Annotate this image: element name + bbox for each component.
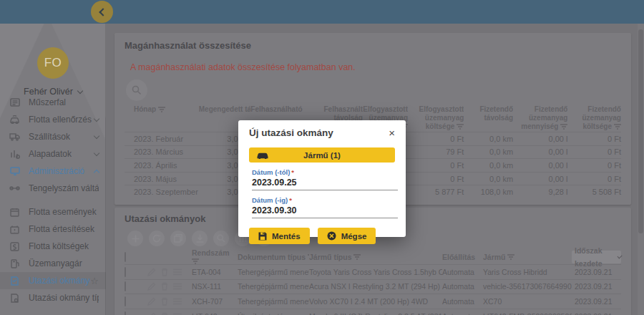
- cell-vehicle-type: Acura NSX I Restyling 3.2 MT (294 Hp): [309, 282, 442, 291]
- delete-icon[interactable]: [161, 297, 168, 306]
- vehicle-select-button[interactable]: Jármű (1): [249, 147, 395, 163]
- scrollbar-thumb[interactable]: [638, 29, 643, 233]
- cell-vehicle: vehicle-356173067664990: [483, 282, 572, 291]
- column-header-doc-type[interactable]: Dokumentum típus: [238, 253, 309, 261]
- sidebar-item-travel-document-types[interactable]: Utazási okmány típusok: [0, 289, 106, 306]
- sidebar-item-fleet-notifications[interactable]: Flotta értesítések: [0, 220, 106, 238]
- sidebar-item-dashboard[interactable]: Műszerfal: [0, 94, 106, 111]
- column-header-payable-distance[interactable]: Fizetendő távolság: [464, 105, 513, 122]
- private-use-title: Magánhasználat összesítése: [125, 40, 621, 51]
- edit-icon[interactable]: [147, 312, 156, 315]
- select-all-checkbox[interactable]: [125, 252, 126, 262]
- travel-document-icon: [9, 276, 20, 286]
- sidebar-item-label: Utazási okmány típusok: [29, 293, 99, 303]
- money-icon: [9, 241, 20, 252]
- chevron-left-icon: [99, 8, 107, 16]
- dashboard-icon: [9, 97, 20, 108]
- table-row[interactable]: LIT-642 Útnyilvántartás Mazda 6 III (GJ)…: [125, 309, 621, 315]
- sidebar-item-fleet-events[interactable]: Flotta események: [0, 203, 106, 220]
- column-header-payable-fuel-quantity[interactable]: Fizetendő üzemanyag mennyiség: [513, 105, 567, 132]
- delete-icon[interactable]: [161, 282, 168, 291]
- date-to-input[interactable]: 2023.09.30: [252, 205, 398, 218]
- cell-pay-cost: 0 Ft: [567, 175, 621, 183]
- avatar[interactable]: FO: [37, 47, 69, 79]
- table-search-button[interactable]: [126, 79, 147, 101]
- date-from-field[interactable]: Dátum (-tól)* 2023.09.25: [249, 168, 395, 190]
- sidebar-item-label: Flotta költségek: [29, 241, 99, 251]
- sidebar-item-axle-change[interactable]: Tengelyszám váltás: [0, 180, 106, 197]
- download-button[interactable]: [192, 231, 208, 246]
- column-header-consumed-fuel-cost[interactable]: Elfogyasztott üzemanyag költsége: [408, 105, 464, 132]
- row-checkbox[interactable]: [125, 296, 126, 306]
- vertical-scrollbar[interactable]: [638, 24, 644, 315]
- cell-pay-cost: 0 Ft: [567, 161, 621, 170]
- menu-icon[interactable]: [173, 313, 182, 315]
- column-header-production[interactable]: Előállítás: [442, 253, 483, 261]
- cell-vehicle: XC70: [483, 297, 572, 306]
- chevron-down-icon: [94, 132, 99, 138]
- save-button-label: Mentés: [272, 232, 301, 241]
- menu-icon[interactable]: [173, 298, 182, 305]
- row-checkbox[interactable]: [125, 267, 126, 277]
- close-icon[interactable]: ×: [389, 127, 395, 138]
- cancel-button-label: Mégse: [341, 232, 367, 241]
- refresh-button[interactable]: [149, 231, 165, 246]
- sidebar-item-label: Flotta ellenőrzés: [29, 115, 94, 125]
- sidebar-item-fleet-check[interactable]: Flotta ellenőrzés: [0, 111, 106, 128]
- edit-icon[interactable]: [147, 297, 156, 306]
- car-icon: [256, 152, 269, 159]
- document-types-icon: [9, 293, 20, 304]
- sort-chevron-icon: [617, 253, 622, 258]
- vehicle-button-label: Jármű (1): [249, 151, 395, 160]
- column-header-month[interactable]: Hónap: [125, 105, 199, 115]
- sidebar-nav: Műszerfal Flotta ellenőrzés Szállítások …: [0, 94, 106, 306]
- cell-fuel-cost: 79 Ft: [408, 147, 464, 156]
- table-row[interactable]: NSX-111 Tehergépjármű menetlevél Acura N…: [125, 279, 621, 294]
- sidebar-item-fleet-costs[interactable]: Flotta költségek: [0, 238, 106, 255]
- edit-icon[interactable]: [147, 268, 156, 276]
- cell-plate: ETA-004: [192, 268, 238, 276]
- column-header-plate[interactable]: Rendszám: [192, 248, 238, 266]
- column-header-allowed-distance[interactable]: Megengedett távols: [199, 105, 251, 114]
- sidebar-item-fuel-price[interactable]: Üzemanyagár: [0, 255, 106, 272]
- cell-fuel-cost: 0 Ft: [408, 135, 464, 143]
- cell-pay-dist: 0,0 km: [464, 135, 513, 143]
- sidebar-item-shipments[interactable]: Szállítások: [0, 128, 106, 145]
- menu-icon[interactable]: [173, 283, 182, 290]
- column-header-payable-fuel-cost[interactable]: Fizetendő üzemanyag költsége: [567, 105, 621, 132]
- collapse-sidebar-button[interactable]: [91, 1, 113, 23]
- column-header-period-start[interactable]: Időszak kezdete: [572, 251, 621, 263]
- save-button[interactable]: Mentés: [249, 228, 310, 244]
- sidebar-item-master-data[interactable]: Alapadatok: [0, 145, 106, 163]
- cell-pay-dist: 0,0 km: [464, 147, 513, 156]
- sidebar-item-label: Szállítások: [29, 132, 94, 142]
- sidebar-item-travel-documents[interactable]: Utazási okmányok ☆: [0, 272, 106, 289]
- row-checkbox[interactable]: [125, 281, 126, 291]
- row-checkbox[interactable]: [125, 311, 126, 315]
- cell-doc-type: Tehergépjármű menetlevél: [238, 282, 309, 291]
- sidebar-item-label: Flotta események: [29, 207, 99, 217]
- date-to-field[interactable]: Dátum (-ig)* 2023.09.30: [249, 196, 395, 218]
- column-header-vehicle[interactable]: Jármű: [483, 253, 572, 261]
- edit-icon[interactable]: [147, 282, 156, 291]
- cell-period-start: 2023.09.21: [572, 282, 621, 291]
- delete-icon[interactable]: [161, 268, 168, 276]
- menu-icon[interactable]: [173, 268, 182, 276]
- cell-pay-fuel: 0,00 l: [513, 161, 567, 170]
- favorite-star-icon[interactable]: ☆: [90, 276, 99, 286]
- fuel-pump-icon: [9, 258, 20, 269]
- cell-plate: NSX-111: [192, 282, 238, 291]
- cell-month: 2023. Április: [125, 161, 199, 170]
- column-header-usable-distance[interactable]: Felhasználható távo: [250, 105, 303, 114]
- column-header-vehicle-type[interactable]: Jármű típus: [309, 253, 442, 261]
- table-row[interactable]: XCH-707 Tehergépjármű menetlevél Volvo X…: [125, 294, 621, 309]
- cell-month: 2023. Február: [125, 135, 199, 143]
- sidebar-item-administration[interactable]: Adminisztráció: [0, 163, 106, 180]
- search-button[interactable]: [213, 231, 229, 246]
- table-row[interactable]: ETA-004 Tehergépjármű menetlevél Toyota …: [125, 264, 621, 279]
- date-from-input[interactable]: 2023.09.25: [252, 178, 398, 190]
- copy-button[interactable]: [170, 231, 186, 246]
- delete-icon[interactable]: [161, 312, 168, 315]
- add-button[interactable]: [127, 231, 143, 246]
- cancel-button[interactable]: Mégse: [318, 228, 376, 244]
